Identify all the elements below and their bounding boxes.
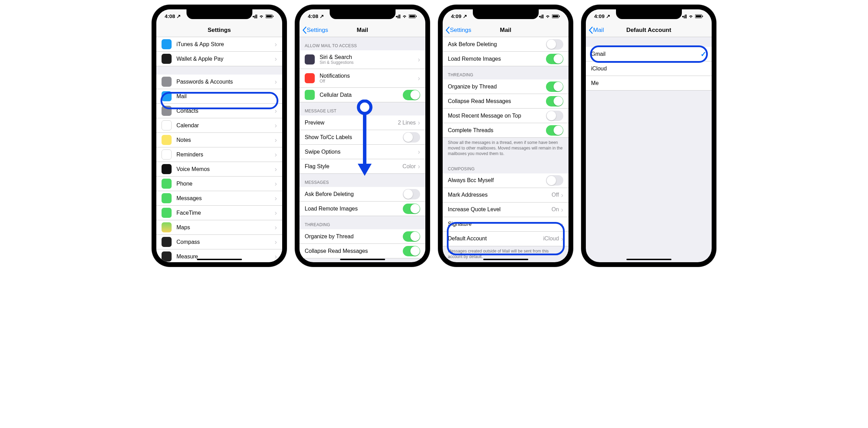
row-label: Messages <box>176 195 275 202</box>
row-label: Reminders <box>176 152 275 158</box>
row-label: Mail <box>176 93 275 100</box>
account-label: Gmail <box>591 51 701 57</box>
mail-icon <box>162 91 172 101</box>
row-remote-images[interactable]: Load Remote Images <box>443 52 568 66</box>
row-swipe[interactable]: Swipe Options › <box>300 145 425 159</box>
row-itunes[interactable]: iTunes & App Store› <box>156 37 282 52</box>
row-flagstyle[interactable]: Flag Style Color › <box>300 159 425 174</box>
reminders-icon <box>162 149 172 160</box>
battery-icon <box>552 14 560 18</box>
row-preview[interactable]: Preview 2 Lines › <box>300 115 425 130</box>
wifi-icon <box>402 14 407 18</box>
svg-rect-4 <box>416 16 417 17</box>
chevron-icon: › <box>275 121 277 129</box>
row-remote-images[interactable]: Load Remote Images <box>300 202 425 216</box>
svg-rect-1 <box>273 16 274 17</box>
account-label: Me <box>591 80 706 86</box>
chevron-icon: › <box>418 55 420 63</box>
account-row-icloud[interactable]: iCloud <box>586 61 712 76</box>
chevron-icon: › <box>418 162 420 170</box>
row-notes[interactable]: Notes› <box>156 133 282 147</box>
row-quote-level[interactable]: Increase Quote Level On › <box>443 203 568 217</box>
switch-organize-thread[interactable] <box>546 82 563 92</box>
row-collapse-read[interactable]: Collapse Read Messages <box>300 244 425 258</box>
row-ask-delete[interactable]: Ask Before Deleting <box>300 187 425 202</box>
row-mail[interactable]: Mail› <box>156 89 282 104</box>
row-bcc[interactable]: Always Bcc Myself <box>443 173 568 188</box>
row-organize-thread[interactable]: Organize by Thread <box>300 229 425 244</box>
switch-most-recent[interactable] <box>546 111 563 121</box>
account-row-me[interactable]: Me <box>586 76 712 91</box>
chevron-icon: › <box>561 235 563 243</box>
row-phone[interactable]: Phone› <box>156 177 282 191</box>
back-button[interactable]: Settings <box>445 27 471 34</box>
section-header-composing: Composing <box>443 160 568 173</box>
facetime-icon <box>162 208 172 218</box>
signal-icon: •ıll <box>539 14 544 19</box>
switch-collapse-read[interactable] <box>546 96 563 106</box>
chevron-icon: › <box>561 191 563 199</box>
switch-remote-images[interactable] <box>546 54 563 64</box>
chevron-icon: › <box>275 78 277 86</box>
row-measure[interactable]: Measure› <box>156 249 282 262</box>
row-collapse-read[interactable]: Collapse Read Messages <box>443 94 568 109</box>
chevron-icon: › <box>561 206 563 214</box>
switch-tocc[interactable] <box>403 132 420 143</box>
row-messages[interactable]: Messages› <box>156 191 282 206</box>
section-header-threading: Threading <box>300 216 425 229</box>
row-compass[interactable]: Compass› <box>156 235 282 249</box>
chevron-icon: › <box>275 194 277 202</box>
row-reminders[interactable]: Reminders› <box>156 147 282 162</box>
row-signature[interactable]: Signature › <box>443 217 568 232</box>
measure-icon <box>162 251 172 262</box>
switch-cellular[interactable] <box>403 90 420 100</box>
row-tocc[interactable]: Show To/Cc Labels <box>300 130 425 145</box>
row-complete-threads[interactable]: Complete Threads <box>443 123 568 138</box>
chevron-icon: › <box>418 148 420 156</box>
switch-ask-delete[interactable] <box>546 39 563 50</box>
row-ask-delete[interactable]: Ask Before Deleting <box>443 37 568 52</box>
row-notifications[interactable]: NotificationsOff › <box>300 69 425 88</box>
row-facetime[interactable]: FaceTime› <box>156 206 282 220</box>
row-maps[interactable]: Maps› <box>156 220 282 235</box>
row-contacts[interactable]: Contacts› <box>156 104 282 118</box>
row-siri[interactable]: Siri & SearchSiri & Suggestions › <box>300 50 425 69</box>
row-label: Phone <box>176 181 275 187</box>
row-passwords[interactable]: Passwords & Accounts› <box>156 75 282 89</box>
row-mark-addresses[interactable]: Mark Addresses Off › <box>443 188 568 203</box>
back-button[interactable]: Mail <box>589 27 604 34</box>
row-organize-thread[interactable]: Organize by Thread <box>443 79 568 94</box>
switch-collapse-read[interactable] <box>403 246 420 256</box>
switch-bcc[interactable] <box>546 175 563 186</box>
switch-remote-images[interactable] <box>403 204 420 214</box>
back-button[interactable]: Settings <box>302 27 328 34</box>
cellular-icon <box>305 90 315 100</box>
section-header-allow: Allow Mail to Access <box>300 37 425 50</box>
row-label: Maps <box>176 224 275 231</box>
chevron-icon: › <box>275 238 277 246</box>
row-default-account[interactable]: Default Account iCloud › <box>443 232 568 246</box>
notifications-icon <box>305 73 315 83</box>
switch-organize-thread[interactable] <box>403 231 420 242</box>
chevron-icon: › <box>275 223 277 231</box>
thread-footer: Show all the messages in a thread, even … <box>443 138 568 160</box>
siri-icon <box>305 54 315 65</box>
account-row-gmail[interactable]: Gmail✓ <box>586 47 712 61</box>
wifi-icon <box>545 14 550 18</box>
nav-title-settings: Settings <box>156 23 282 37</box>
row-voicememos[interactable]: Voice Memos› <box>156 162 282 177</box>
chevron-icon: › <box>275 107 277 115</box>
chevron-icon: › <box>561 220 563 228</box>
signal-icon: •ıll <box>396 14 400 19</box>
row-most-recent[interactable]: Most Recent Message on Top <box>443 109 568 123</box>
switch-complete-threads[interactable] <box>546 125 563 136</box>
passwords-icon <box>162 77 172 87</box>
chevron-icon: › <box>275 136 277 144</box>
row-calendar[interactable]: Calendar› <box>156 118 282 133</box>
nav-title: Default Account <box>626 27 671 34</box>
svg-rect-13 <box>696 15 701 17</box>
row-cellular[interactable]: Cellular Data <box>300 88 425 102</box>
row-wallet[interactable]: Wallet & Apple Pay› <box>156 52 282 66</box>
switch-ask-delete[interactable] <box>403 189 420 199</box>
chevron-icon: › <box>418 74 420 82</box>
